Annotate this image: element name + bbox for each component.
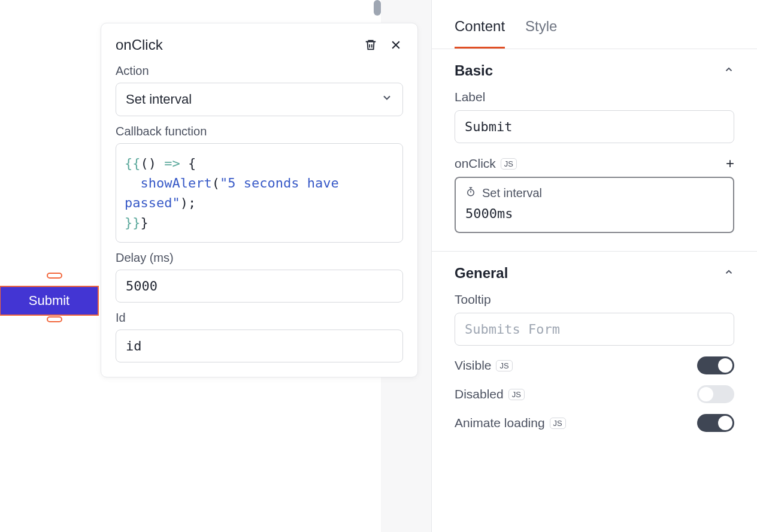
properties-sidebar: Content Style Basic Label Submit onClick…	[431, 0, 757, 532]
scrollbar[interactable]	[374, 0, 381, 16]
tab-content[interactable]: Content	[455, 18, 505, 49]
submit-button-label: Submit	[29, 293, 69, 309]
action-label: Action	[116, 64, 403, 78]
popover-header: onClick	[116, 37, 403, 53]
disabled-toggle[interactable]	[697, 385, 734, 403]
chevron-up-icon[interactable]	[723, 267, 734, 280]
sidebar-tabs: Content Style	[432, 0, 757, 49]
onclick-action-name: Set interval	[482, 186, 542, 200]
disabled-label: Disabled	[455, 387, 504, 401]
resize-handle-top[interactable]	[47, 273, 62, 279]
submit-button-widget[interactable]: Submit	[0, 286, 98, 315]
onclick-action-value: 5000ms	[465, 206, 723, 221]
callback-code-editor[interactable]: {{() => { showAlert("5 seconds have pass…	[116, 143, 403, 243]
onclick-popover: onClick Action Set interval Callback fun…	[101, 23, 418, 377]
trash-icon[interactable]	[364, 38, 378, 52]
onclick-label: onClick	[455, 156, 496, 171]
close-icon[interactable]	[389, 38, 403, 52]
delay-value: 5000	[126, 279, 158, 294]
delay-input[interactable]: 5000	[116, 270, 403, 303]
js-badge[interactable]: JS	[508, 389, 525, 400]
timer-icon	[465, 186, 476, 200]
delay-label: Delay (ms)	[116, 251, 403, 265]
resize-handle-bottom[interactable]	[47, 316, 62, 322]
id-label: Id	[116, 311, 403, 325]
id-input[interactable]: id	[116, 330, 403, 362]
label-value: Submit	[465, 119, 512, 134]
tooltip-label: Tooltip	[455, 292, 491, 307]
section-basic: Basic Label Submit onClick JS + Set inte…	[432, 49, 757, 252]
popover-title: onClick	[116, 37, 163, 53]
chevron-down-icon	[381, 92, 393, 107]
visible-toggle[interactable]	[697, 356, 734, 374]
section-general: General Tooltip Submits Form Visible JS …	[432, 252, 757, 450]
tab-style[interactable]: Style	[525, 18, 557, 49]
tooltip-placeholder: Submits Form	[465, 322, 560, 337]
id-value: id	[126, 338, 142, 353]
onclick-card[interactable]: Set interval 5000ms	[455, 177, 734, 233]
js-badge[interactable]: JS	[496, 360, 512, 371]
js-badge[interactable]: JS	[501, 158, 517, 170]
plus-icon[interactable]: +	[726, 156, 734, 171]
section-general-title: General	[455, 265, 508, 282]
visible-label: Visible	[455, 358, 491, 373]
tooltip-input[interactable]: Submits Form	[455, 313, 734, 346]
js-badge[interactable]: JS	[550, 418, 566, 429]
animate-loading-toggle[interactable]	[697, 414, 734, 432]
animate-loading-label: Animate loading	[455, 416, 545, 430]
label-input[interactable]: Submit	[455, 110, 734, 143]
section-basic-title: Basic	[455, 62, 493, 79]
action-select-value: Set interval	[126, 92, 192, 107]
callback-label: Callback function	[116, 125, 403, 138]
label-label: Label	[455, 90, 485, 104]
canvas-area: Submit onClick Action Set interval Callb…	[0, 0, 381, 532]
chevron-up-icon[interactable]	[723, 64, 734, 77]
action-select[interactable]: Set interval	[116, 83, 403, 116]
